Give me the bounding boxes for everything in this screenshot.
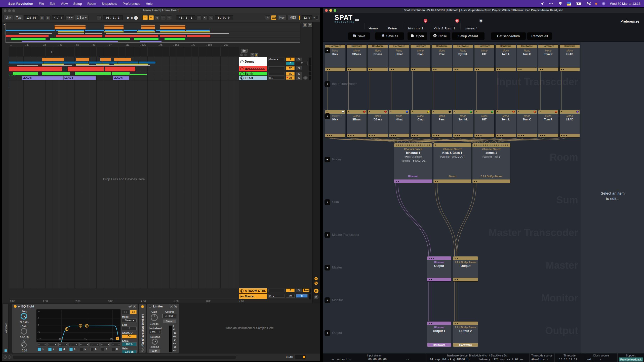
eq-band4-handle[interactable]: 4	[116, 337, 119, 340]
eq-band-filter-select[interactable]: ◇▾	[48, 343, 57, 346]
draw-mode-icon[interactable]: ✎	[265, 15, 270, 20]
spat-master-block-2[interactable]: 7.1.4 Dolby AtmosOutput	[453, 256, 478, 281]
eq-band-filter-select[interactable]: ◇▾	[101, 343, 110, 346]
eq-spectrum-button[interactable]: ılıl	[130, 310, 137, 314]
marker-prev-button[interactable]: +	[240, 54, 243, 56]
re-enable-automation-icon[interactable]: ↰	[155, 15, 160, 20]
spat-send-plugin-collapsed[interactable]: SpatRevolution-Send-x64 🔧 ⇄	[139, 304, 146, 353]
hot-swap-icon[interactable]: ⇄	[141, 348, 144, 352]
source-color-indicator[interactable]	[555, 111, 557, 113]
new-midi-button[interactable]: +	[143, 15, 148, 20]
track-send-value[interactable]: 12	[286, 66, 295, 70]
nudge-up-icon[interactable]: |||	[46, 15, 51, 20]
automation-arm-button[interactable]: °°	[149, 15, 154, 20]
limiter-auto-button[interactable]: Auto	[149, 349, 160, 353]
menu-file[interactable]: File	[36, 2, 47, 6]
eq-band-filter-select[interactable]: ◇▾	[37, 343, 46, 346]
track-icon[interactable]: ≡	[240, 60, 244, 63]
arrangement-position-field[interactable]: 93. 1. 1	[103, 15, 123, 20]
eq-band-enable-checkbox[interactable]	[80, 348, 83, 351]
spat-hardware-block[interactable]: HardwareMonoPerc	[432, 45, 452, 71]
add-input-button[interactable]: +	[325, 48, 330, 53]
spat-hardware-block[interactable]: HardwareMonoTom C	[517, 45, 537, 71]
loop-start-field[interactable]: 41. 1. 1	[176, 15, 195, 20]
track-send-value[interactable]: 15	[286, 72, 295, 76]
input-source-flag-icon[interactable]	[567, 2, 572, 6]
eq-band-7[interactable]: ◇▾7	[100, 343, 110, 353]
solo-button[interactable]: S	[296, 66, 302, 70]
midi-clip[interactable]: LEAD 6	[113, 76, 129, 80]
track-name-box[interactable]: ≡BASSSSSSSS	[239, 66, 267, 71]
solo-button[interactable]: S	[296, 289, 302, 292]
audio-clip[interactable]	[42, 72, 70, 75]
eq-band-filter-select[interactable]: ◇▾	[79, 343, 89, 346]
loop-icon[interactable]: ⟲	[203, 15, 208, 20]
track-icon[interactable]: ▶	[240, 76, 244, 80]
audio-clip[interactable]	[76, 64, 89, 65]
audio-clip[interactable]	[13, 72, 38, 75]
audio-clip[interactable]	[96, 64, 109, 65]
limiter-titlebar[interactable]: Limiter ⇄▤	[147, 304, 179, 309]
menubar-clock[interactable]: Wed 30 Mar at 13:18	[610, 2, 640, 6]
audio-clip[interactable]	[68, 67, 104, 71]
add-source-button[interactable]: +	[325, 113, 330, 119]
track-icon[interactable]: ▶	[240, 289, 244, 293]
battery-icon[interactable]	[576, 2, 582, 5]
menu-room[interactable]: Room	[85, 2, 99, 6]
midi-clip[interactable]: LEAD 8	[22, 76, 63, 80]
menu-help[interactable]: Help	[143, 2, 155, 6]
add-room-button[interactable]: +	[325, 157, 330, 162]
spat-hardware-block[interactable]: HardwareMonoClap	[411, 45, 430, 71]
limiter-gain-value[interactable]: 0.00 dB	[148, 323, 161, 325]
spat-hardware-block[interactable]: HardwareMonoTom L	[496, 45, 516, 71]
source-color-indicator[interactable]	[363, 111, 366, 113]
eq-scale-field[interactable]: 100 %	[122, 342, 137, 346]
menu-edit[interactable]: Edit	[47, 2, 58, 6]
spat-source-block[interactable]: MonoClap	[411, 110, 430, 137]
menu-preferences[interactable]: Preferences	[120, 2, 143, 6]
spat-room-block-1[interactable]: Channel Basedbinaural 1(HRTF: Kemar)Pann…	[394, 143, 432, 183]
add-master-button[interactable]: +	[325, 265, 330, 270]
drums-send-b-value[interactable]: 0	[286, 62, 295, 65]
audio-clip[interactable]	[139, 62, 155, 64]
spat-hardware-block[interactable]: HardwareMonoSBass	[347, 45, 367, 71]
save-button[interactable]: Save	[348, 32, 370, 40]
audio-clip[interactable]	[75, 62, 88, 64]
loop-brace[interactable]: ⟫ ⟨	[51, 50, 59, 53]
audio-clip[interactable]	[112, 72, 130, 75]
pencil-toggle-icon[interactable]: ✎	[251, 53, 254, 57]
time-ruler[interactable]: 0:001:002:003:004:005:006:007:00	[9, 299, 312, 303]
eq-freq-knob[interactable]	[21, 313, 27, 320]
eq-band-enable-checkbox[interactable]	[38, 348, 41, 351]
eq-band2-handle[interactable]: 2	[79, 324, 82, 328]
audio-clip[interactable]	[12, 75, 13, 75]
computer-midi-keyboard-icon[interactable]: ⌨	[271, 15, 276, 20]
audio-clip[interactable]	[9, 67, 38, 71]
spat-hardware-block[interactable]: HardwareMonoSynthL	[453, 45, 473, 71]
save-preset-icon[interactable]: ▤	[133, 305, 136, 308]
track-name-box[interactable]: ≡Drums	[239, 57, 267, 66]
eq-band-enable-checkbox[interactable]	[48, 348, 52, 351]
spat-master-block-1[interactable]: BinauralOutput	[427, 256, 451, 281]
get-send-return-button[interactable]: Get send/return	[491, 32, 526, 40]
source-color-indicator[interactable]	[534, 111, 536, 113]
spat-hardware-block[interactable]: HardwareMonoHihat	[389, 45, 409, 71]
eq-band-3[interactable]: ◇▾3	[58, 343, 68, 353]
nudge-down-icon[interactable]: |||	[39, 15, 45, 20]
audio-clip[interactable]	[14, 75, 15, 75]
audio-clip[interactable]	[44, 62, 63, 64]
session-record-icon[interactable]: ○	[167, 15, 172, 20]
provide-feedback-button[interactable]: Provide feedback	[619, 357, 643, 361]
eq-gain-knob[interactable]	[21, 328, 27, 335]
audio-clip[interactable]	[42, 64, 64, 65]
solo-button[interactable]: S	[296, 58, 302, 61]
wifi-icon[interactable]	[558, 2, 562, 5]
spat-hardware-block[interactable]: HardwareMonoLEAD	[560, 45, 580, 71]
eq-band-6[interactable]: ◇▾6	[90, 343, 100, 353]
track-lane[interactable]	[9, 57, 239, 66]
eq-band3-handle[interactable]: 3	[85, 324, 89, 328]
audio-clip[interactable]	[114, 64, 148, 65]
menu-snapshots[interactable]: Snapshots	[99, 2, 120, 6]
track-send-value[interactable]: A	[286, 289, 295, 292]
eq-headphone-button[interactable]: 🎧	[122, 310, 129, 314]
